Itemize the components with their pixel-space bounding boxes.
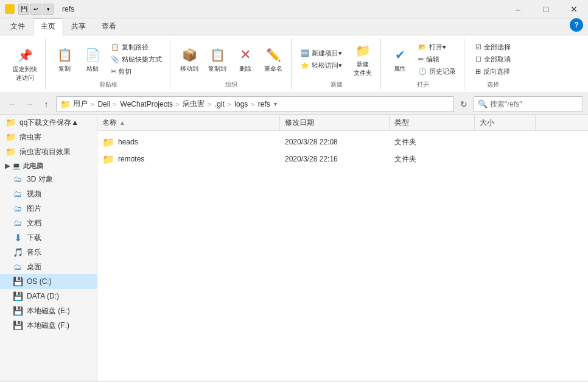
table-row[interactable]: 📁 remotes 2020/3/28 22:16 文件夹 — [97, 150, 588, 168]
search-bar[interactable]: 🔍 — [474, 96, 583, 112]
tab-file[interactable]: 文件 — [2, 18, 33, 35]
edit-label: 编辑 — [426, 55, 439, 64]
refresh-button[interactable]: ↻ — [457, 97, 471, 111]
copy-path-icon: 📋 — [111, 43, 119, 51]
ribbon-tab-bar: 文件 主页 共享 查看 ? — [0, 18, 588, 35]
edit-icon: ✏ — [418, 55, 424, 63]
new-item-btn[interactable]: 🆕 新建项目▾ — [298, 48, 345, 59]
easy-access-btn[interactable]: ⭐ 轻松访问▾ — [298, 60, 345, 71]
delete-icon: ✕ — [236, 45, 255, 65]
file-type-heads: 文件夹 — [390, 137, 475, 147]
address-user[interactable]: 用户> — [73, 99, 95, 109]
window-controls: – □ ✕ — [504, 0, 588, 18]
history-btn[interactable]: 🕐 历史记录 — [415, 66, 459, 77]
paste-shortcut-btn[interactable]: 📎 粘贴快捷方式 — [108, 54, 165, 65]
sidebar-item-documents[interactable]: 🗂 文档 — [0, 216, 97, 230]
minimize-button[interactable]: – — [504, 0, 532, 18]
paste-btn[interactable]: 📄 粘贴 — [80, 43, 105, 75]
cut-label: ✂ 剪切 — [111, 67, 131, 76]
pin-to-quick-btn[interactable]: 📌 固定到快速访问 — [10, 44, 40, 84]
table-row[interactable]: 📁 heads 2020/3/28 22:08 文件夹 — [97, 133, 588, 150]
edit-btn[interactable]: ✏ 编辑 — [415, 54, 459, 65]
open-btn[interactable]: 📂 打开▾ — [415, 41, 459, 53]
address-wechat[interactable]: WeChatProjects> — [121, 100, 181, 108]
tab-home[interactable]: 主页 — [33, 18, 63, 35]
move-to-btn[interactable]: 📦 移动到 — [177, 43, 202, 75]
up-button[interactable]: ↑ — [39, 97, 54, 111]
column-headers: 名称 ▲ 修改日期 类型 大小 — [97, 115, 588, 131]
sidebar-item-local-e[interactable]: 💾 本地磁盘 (E:) — [0, 303, 97, 318]
address-dell[interactable]: Dell> — [97, 100, 117, 108]
pin-group-content: 📌 固定到快速访问 — [10, 39, 40, 89]
qq-folder-icon: 📁 — [5, 117, 16, 128]
3d-icon: 🗂 — [12, 174, 23, 185]
new-small-col: 🆕 新建项目▾ ⭐ 轻松访问▾ — [298, 48, 345, 71]
address-bar[interactable]: 📁 用户> Dell> WeChatProjects> 病虫害> .git> l… — [56, 96, 454, 112]
sidebar-item-bingchong-effect[interactable]: 📁 病虫害项目效果 — [0, 144, 97, 159]
rename-btn[interactable]: ✏️ 重命名 — [261, 43, 286, 75]
sidebar-item-os-c[interactable]: 💾 OS (C:) — [0, 274, 97, 289]
properties-btn[interactable]: ✔ 属性 — [387, 43, 413, 75]
quick-dropdown-btn[interactable]: ▾ — [43, 4, 54, 15]
ribbon-content: 📌 固定到快速访问 📋 复制 📄 粘贴 📋 复制路径 — [0, 35, 588, 93]
easy-access-label: 轻松访问▾ — [312, 61, 342, 70]
os-c-icon: 💾 — [12, 276, 23, 287]
open-group-content: ✔ 属性 📂 打开▾ ✏ 编辑 🕐 历史记录 — [387, 39, 459, 79]
sidebar-item-desktop[interactable]: 🗂 桌面 — [0, 260, 97, 274]
close-button[interactable]: ✕ — [560, 0, 588, 18]
sidebar: 📁 qq下载文件保存▲ 📁 病虫害 📁 病虫害项目效果 ▶ 💻 此电脑 🗂 3D… — [0, 115, 97, 381]
new-group-content: 🆕 新建项目▾ ⭐ 轻松访问▾ 📁 新建文件夹 — [298, 39, 376, 79]
new-folder-icon: 📁 — [353, 41, 373, 60]
cut-btn[interactable]: ✂ 剪切 — [108, 66, 165, 77]
address-dropdown-btn[interactable]: ▾ — [273, 99, 278, 108]
maximize-button[interactable]: □ — [532, 0, 560, 18]
invert-select-btn[interactable]: ⊞ 反向选择 — [472, 66, 514, 77]
sidebar-item-video[interactable]: 🗂 视频 — [0, 186, 97, 201]
quick-undo-btn[interactable]: ↩ — [30, 4, 41, 15]
sidebar-item-downloads[interactable]: ⬇ 下载 — [0, 230, 97, 245]
address-git[interactable]: .git> — [215, 100, 232, 108]
address-refs[interactable]: refs — [258, 100, 270, 108]
address-bingchong[interactable]: 病虫害> — [183, 99, 212, 109]
new-folder-btn[interactable]: 📁 新建文件夹 — [350, 39, 376, 79]
file-date-heads: 2020/3/28 22:08 — [280, 138, 390, 146]
copy-path-btn[interactable]: 📋 复制路径 — [108, 41, 165, 53]
copy-to-btn[interactable]: 📋 复制到 — [205, 43, 230, 75]
sidebar-item-3d[interactable]: 🗂 3D 对象 — [0, 172, 97, 186]
data-d-icon: 💾 — [12, 291, 23, 302]
col-header-date[interactable]: 修改日期 — [280, 115, 390, 130]
sidebar-item-local-f[interactable]: 💾 本地磁盘 (F:) — [0, 318, 97, 333]
col-header-size[interactable]: 大小 — [475, 115, 536, 130]
col-header-type[interactable]: 类型 — [390, 115, 475, 130]
new-item-icon: 🆕 — [301, 49, 309, 57]
copy-to-icon: 📋 — [208, 45, 227, 65]
sidebar-item-music[interactable]: 🎵 音乐 — [0, 245, 97, 260]
address-logs[interactable]: logs> — [234, 100, 255, 108]
desktop-icon: 🗂 — [12, 261, 23, 272]
copy-btn[interactable]: 📋 复制 — [52, 43, 77, 75]
app-icon — [5, 4, 15, 14]
help-button[interactable]: ? — [570, 18, 583, 32]
delete-btn[interactable]: ✕ 删除 — [233, 43, 258, 75]
quick-save-btn[interactable]: 💾 — [18, 4, 29, 15]
select-all-btn[interactable]: ☑ 全部选择 — [472, 41, 514, 53]
clipboard-label: 剪贴板 — [99, 80, 117, 89]
folder-icon-remotes: 📁 — [102, 154, 114, 165]
sidebar-item-pictures[interactable]: 🗂 图片 — [0, 201, 97, 216]
forward-button[interactable]: → — [22, 97, 37, 111]
select-none-btn[interactable]: ☐ 全部取消 — [472, 54, 514, 65]
new-item-label: 新建项目▾ — [312, 49, 342, 58]
sidebar-item-bingchong[interactable]: 📁 病虫害 — [0, 130, 97, 144]
music-icon: 🎵 — [12, 247, 23, 258]
sidebar-item-data-d[interactable]: 💾 DATA (D:) — [0, 289, 97, 303]
back-button[interactable]: ← — [5, 97, 19, 111]
col-header-name[interactable]: 名称 ▲ — [97, 115, 280, 130]
tab-share[interactable]: 共享 — [63, 18, 94, 35]
search-input[interactable] — [490, 100, 581, 108]
ribbon: 文件 主页 共享 查看 ? 📌 固定到快速访问 📋 复制 — [0, 18, 588, 93]
paste-shortcut-icon: 📎 — [111, 55, 119, 63]
tab-view[interactable]: 查看 — [94, 18, 124, 35]
sort-arrow-name: ▲ — [119, 119, 125, 126]
sidebar-item-qq[interactable]: 📁 qq下载文件保存▲ — [0, 115, 97, 130]
folder-icon-address: 📁 — [60, 99, 71, 109]
